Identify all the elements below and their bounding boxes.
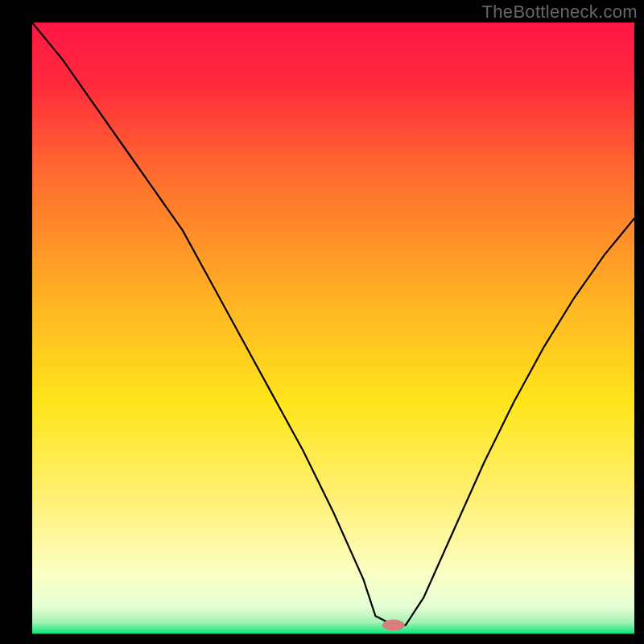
watermark-label: TheBottleneck.com xyxy=(482,2,638,23)
optimal-marker xyxy=(382,620,405,631)
plot-background xyxy=(32,23,634,634)
bottleneck-chart xyxy=(0,0,644,644)
chart-container: TheBottleneck.com xyxy=(0,0,644,644)
